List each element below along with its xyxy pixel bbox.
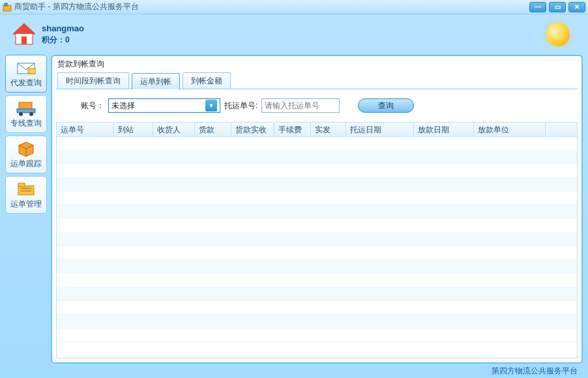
svg-rect-14: [18, 183, 25, 186]
sidebar-item-label: 运单管理: [10, 199, 42, 210]
sun-icon: [546, 23, 570, 46]
waybill-input[interactable]: [261, 98, 340, 113]
package-icon: [16, 140, 36, 157]
table-row: [57, 137, 577, 151]
window-titlebar: 商贸助手 - 第四方物流公共服务平台 — ▭ ✕: [0, 0, 588, 14]
tab-amount[interactable]: 到帐金额: [183, 72, 231, 89]
svg-point-10: [29, 112, 33, 116]
user-points: 积分：0: [42, 35, 84, 46]
tab-bar: 时间段到帐查询 运单到帐 到帐金额: [56, 72, 578, 89]
table-row: [57, 178, 577, 192]
sidebar-item-label: 专线查询: [10, 118, 42, 129]
close-button[interactable]: ✕: [568, 2, 585, 12]
chevron-down-icon: ▼: [205, 100, 217, 111]
user-info: shangmao 积分：0: [42, 23, 84, 46]
grid-column-header[interactable]: 放款日期: [414, 123, 474, 136]
grid-column-header[interactable]: 到站: [114, 123, 153, 136]
table-row: [57, 205, 577, 219]
svg-point-9: [19, 112, 23, 116]
grid-header: 运单号到站收货人货款货款实收手续费实发托运日期放款日期放款单位: [57, 123, 577, 137]
home-icon: [10, 21, 38, 48]
main-area: 代发查询 专线查询 运单跟踪 运单管理 货款到帐查询 时间段到帐查询: [0, 55, 588, 364]
footer-text: 第四方物流公共服务平台: [492, 366, 578, 377]
table-row: [57, 219, 577, 233]
sidebar-item-label: 运单跟踪: [10, 158, 42, 169]
table-row: [57, 274, 577, 287]
tab-period-query[interactable]: 时间段到帐查询: [57, 72, 129, 89]
table-row: [57, 192, 577, 205]
account-value: 未选择: [111, 100, 205, 111]
sidebar-item-line-query[interactable]: 专线查询: [5, 95, 47, 133]
table-row: [57, 164, 577, 178]
grid-body: [57, 137, 577, 358]
truck-icon: [16, 100, 36, 117]
svg-rect-13: [18, 186, 34, 195]
grid-column-header[interactable]: 货款实收: [231, 123, 274, 136]
sidebar-item-manage[interactable]: 运单管理: [5, 176, 47, 214]
filter-row: 账号： 未选择 ▼ 托运单号: 查询: [56, 89, 578, 122]
username: shangmao: [42, 23, 84, 33]
tab-waybill-arrival[interactable]: 运单到帐: [132, 73, 180, 89]
table-row: [57, 260, 577, 274]
sidebar-item-track[interactable]: 运单跟踪: [5, 136, 47, 173]
results-grid: 运单号到站收货人货款货款实收手续费实发托运日期放款日期放款单位: [56, 122, 578, 358]
grid-column-header[interactable]: 运单号: [57, 123, 114, 136]
sidebar-item-label: 代发查询: [10, 78, 42, 89]
grid-column-header[interactable]: 托运日期: [346, 123, 414, 136]
panel-title: 货款到帐查询: [56, 57, 578, 72]
account-label: 账号：: [81, 100, 104, 111]
table-row: [57, 315, 577, 328]
maximize-button[interactable]: ▭: [549, 2, 566, 12]
grid-column-header[interactable]: 货款: [195, 123, 231, 136]
sidebar-item-proxy-query[interactable]: 代发查询: [5, 55, 47, 93]
table-row: [57, 233, 577, 246]
query-panel: 货款到帐查询 时间段到帐查询 运单到帐 到帐金额 账号： 未选择 ▼ 托运单号:…: [51, 55, 583, 364]
window-title: 商贸助手 - 第四方物流公共服务平台: [14, 1, 139, 12]
grid-column-header[interactable]: 手续费: [274, 123, 311, 136]
grid-column-header[interactable]: 放款单位: [474, 123, 546, 136]
table-row: [57, 301, 577, 315]
svg-marker-3: [13, 23, 35, 34]
account-select[interactable]: 未选择 ▼: [108, 98, 220, 113]
minimize-button[interactable]: —: [529, 2, 546, 12]
window-controls: — ▭ ✕: [529, 2, 585, 12]
app-icon: [3, 3, 12, 12]
footer-bar: 第四方物流公共服务平台: [0, 364, 588, 378]
folder-icon: [16, 181, 36, 197]
svg-rect-8: [17, 109, 35, 113]
svg-rect-4: [22, 36, 27, 44]
table-row: [57, 328, 577, 342]
sidebar: 代发查询 专线查询 运单跟踪 运单管理: [5, 55, 47, 364]
table-row: [57, 246, 577, 260]
waybill-label: 托运单号:: [224, 100, 257, 111]
svg-rect-6: [28, 68, 36, 74]
envelope-icon: [16, 59, 36, 76]
user-banner: shangmao 积分：0: [0, 14, 588, 55]
grid-column-header[interactable]: 收货人: [153, 123, 195, 136]
table-row: [57, 151, 577, 164]
svg-rect-1: [5, 3, 7, 6]
grid-column-header[interactable]: 实发: [311, 123, 346, 136]
table-row: [57, 287, 577, 301]
content: 货款到帐查询 时间段到帐查询 运单到帐 到帐金额 账号： 未选择 ▼ 托运单号:…: [51, 55, 583, 364]
search-button[interactable]: 查询: [358, 98, 414, 113]
